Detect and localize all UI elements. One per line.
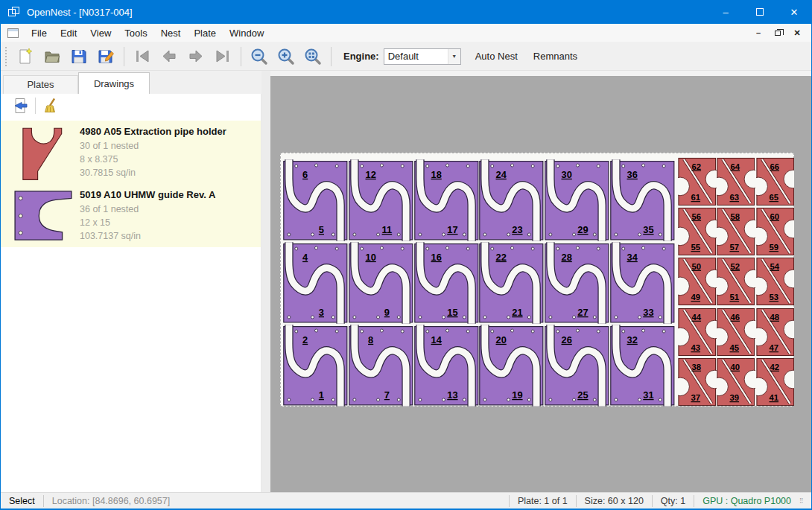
close-button[interactable]: ✕: [777, 0, 811, 24]
nest-pair-purple-33-34[interactable]: 34 33: [610, 242, 675, 326]
part-number: 64: [731, 162, 740, 171]
part-number: 4: [302, 252, 308, 263]
menu-view[interactable]: View: [83, 25, 118, 41]
maximize-button[interactable]: [743, 0, 777, 24]
engine-select[interactable]: Default ▼: [384, 48, 461, 65]
resize-grip[interactable]: ⁝⁝: [799, 497, 810, 505]
nest-pair-purple-29-30[interactable]: 30 29: [545, 159, 609, 243]
nest-pair-purple-7-8[interactable]: 8 7: [349, 325, 413, 409]
nest-pair-red-47-48[interactable]: 48 47: [756, 307, 795, 359]
nest-pair-purple-1-2[interactable]: 2 1: [283, 325, 348, 409]
nest-pair-purple-11-12[interactable]: 12 11: [349, 159, 413, 243]
drawing-item-4980[interactable]: 4980 A05 Extraction pipe holder 30 of 1 …: [1, 121, 261, 184]
menu-nest[interactable]: Nest: [154, 25, 188, 41]
nest-pair-red-59-60[interactable]: 60 59: [756, 207, 795, 258]
nest-pair-red-37-38[interactable]: 38 37: [678, 357, 717, 409]
part-number: 60: [770, 212, 779, 221]
last-plate-button[interactable]: [209, 45, 236, 68]
tab-plates[interactable]: Plates: [3, 75, 78, 94]
nest-pair-purple-23-24[interactable]: 24 23: [479, 159, 544, 243]
drawing-item-5019[interactable]: 5019 A10 UHMW guide Rev. A 36 of 1 neste…: [1, 184, 261, 247]
part-number: 63: [730, 193, 740, 202]
status-bar: Select Location: [84.8696, 60.6957] Plat…: [1, 492, 811, 509]
part-number: 66: [770, 162, 779, 171]
import-drawing-button[interactable]: [10, 96, 31, 115]
drawing-size: 12 x 15: [80, 216, 215, 229]
zoom-out-button[interactable]: [246, 45, 273, 68]
nest-pair-red-61-62[interactable]: 62 61: [678, 157, 717, 208]
part-number: 6: [302, 169, 308, 180]
tab-drawings[interactable]: Drawings: [78, 72, 150, 94]
app-icon: [8, 7, 20, 17]
part-number: 57: [730, 243, 740, 252]
panel-splitter[interactable]: [261, 71, 270, 492]
nest-pair-red-39-40[interactable]: 40 39: [717, 357, 755, 409]
nest-pair-purple-35-36[interactable]: 36 35: [610, 159, 675, 243]
nest-pair-red-63-64[interactable]: 64 63: [717, 157, 755, 208]
previous-plate-button[interactable]: [156, 45, 183, 68]
nest-pair-purple-9-10[interactable]: 10 9: [349, 242, 413, 326]
nest-pair-purple-31-32[interactable]: 32 31: [610, 325, 675, 409]
zoom-fit-icon: [304, 48, 322, 66]
menu-edit[interactable]: Edit: [54, 25, 83, 41]
toolbar: Engine: Default ▼ Auto Nest Remnants: [1, 42, 811, 71]
part-number: 46: [731, 312, 740, 321]
nest-pair-red-43-44[interactable]: 44 43: [678, 307, 717, 359]
auto-nest-button[interactable]: Auto Nest: [469, 48, 524, 65]
broom-icon: [42, 97, 60, 115]
mdi-minimize-button[interactable]: –: [750, 26, 767, 39]
nest-pair-purple-19-20[interactable]: 20 19: [479, 325, 544, 409]
tab-strip: Plates Drawings: [1, 71, 261, 94]
remnants-button[interactable]: Remnants: [527, 48, 584, 65]
mdi-close-button[interactable]: ✕: [789, 26, 805, 39]
part-number: 25: [577, 389, 588, 401]
drawing-size: 8 x 8.375: [80, 153, 226, 166]
nest-pair-purple-27-28[interactable]: 28 27: [545, 242, 609, 326]
nest-pair-red-45-46[interactable]: 46 45: [717, 307, 755, 359]
nest-pair-purple-15-16[interactable]: 16 15: [414, 242, 479, 326]
qty-status: Qty: 1: [653, 496, 694, 506]
zoom-in-button[interactable]: [273, 45, 299, 68]
open-button[interactable]: [39, 45, 66, 68]
nest-pair-red-53-54[interactable]: 54 53: [756, 257, 795, 308]
nest-pair-red-41-42[interactable]: 42 41: [756, 357, 795, 409]
mdi-child-icon[interactable]: [7, 28, 19, 38]
part-number: 30: [562, 169, 572, 180]
nest-pair-purple-3-4[interactable]: 4 3: [283, 242, 348, 326]
mdi-restore-button[interactable]: [770, 26, 786, 39]
nest-pair-purple-17-18[interactable]: 18 17: [414, 159, 479, 243]
nest-canvas[interactable]: 6 5 12 11 18 17 24 23 30 29 36: [270, 71, 811, 492]
nest-pair-purple-5-6[interactable]: 6 5: [283, 159, 348, 243]
nest-pair-purple-25-26[interactable]: 26 25: [545, 325, 609, 409]
nest-pair-red-51-52[interactable]: 52 51: [717, 257, 755, 308]
new-button[interactable]: [12, 45, 39, 68]
nest-pair-red-49-50[interactable]: 50 49: [678, 257, 717, 308]
nest-pair-red-65-66[interactable]: 66 65: [756, 157, 795, 208]
part-number: 31: [643, 389, 653, 401]
zoom-fit-button[interactable]: [299, 45, 326, 68]
minimize-button[interactable]: –: [708, 0, 743, 24]
menu-file[interactable]: File: [25, 25, 54, 41]
menu-window[interactable]: Window: [223, 25, 270, 41]
part-number: 50: [691, 262, 701, 271]
nest-pair-red-55-56[interactable]: 56 55: [678, 207, 717, 258]
location-status: Location: [84.8696, 60.6957]: [44, 496, 178, 506]
save-as-button[interactable]: [92, 45, 119, 68]
size-status: Size: 60 x 120: [577, 496, 652, 506]
new-document-icon: [16, 48, 34, 66]
clean-button[interactable]: [40, 96, 61, 115]
nest-pair-purple-21-22[interactable]: 22 21: [479, 242, 544, 326]
toolbar-grip[interactable]: [5, 47, 9, 66]
menu-tools[interactable]: Tools: [118, 25, 153, 41]
plate[interactable]: 6 5 12 11 18 17 24 23 30 29 36: [280, 153, 794, 407]
first-plate-button[interactable]: [129, 45, 156, 68]
save-icon: [70, 48, 88, 66]
nest-pair-red-57-58[interactable]: 58 57: [717, 207, 755, 258]
part-number: 3: [319, 307, 324, 318]
nest-pair-purple-13-14[interactable]: 14 13: [414, 325, 479, 409]
drawing-area: 103.7137 sq/in: [80, 229, 215, 243]
menu-plate[interactable]: Plate: [187, 25, 223, 41]
save-button[interactable]: [66, 45, 92, 68]
title-bar: OpenNest - [N0317-004] – ✕: [1, 0, 811, 24]
next-plate-button[interactable]: [183, 45, 209, 68]
